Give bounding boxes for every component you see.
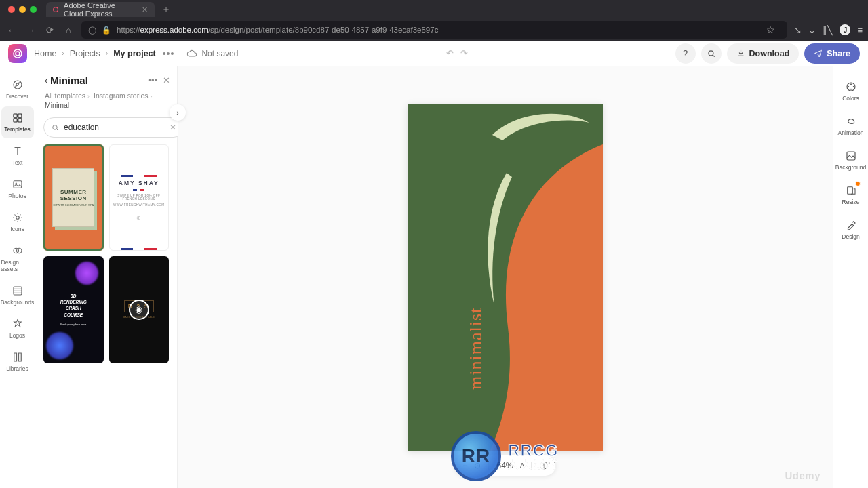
canvas-area[interactable]: minimalist − ⊙ | 64% ᐱ | ⓘ RR RRCG 人人素材 …: [178, 66, 833, 488]
window-controls[interactable]: [8, 6, 37, 13]
rail-backgrounds[interactable]: Backgrounds: [1, 279, 34, 311]
app-logo[interactable]: [8, 44, 27, 63]
svg-point-18: [852, 86, 854, 87]
search-input[interactable]: ✕: [43, 117, 184, 138]
app-header: Home › Projects › My project ••• Not sav…: [0, 41, 868, 66]
rr-background[interactable]: Background: [835, 144, 867, 177]
preview-icon[interactable]: ◉: [129, 300, 149, 320]
breadcrumb-current[interactable]: My project: [113, 49, 156, 58]
collapse-panel-button[interactable]: ›: [170, 104, 186, 121]
svg-point-2: [16, 52, 20, 56]
more-options-icon[interactable]: •••: [163, 48, 175, 59]
help-button[interactable]: ?: [675, 43, 696, 64]
browser-tab[interactable]: Adobe Creative Cloud Express ✕: [46, 2, 155, 17]
chevron-right-icon: ›: [106, 49, 108, 57]
zoom-info-icon[interactable]: ⓘ: [540, 460, 548, 472]
breadcrumb-home[interactable]: Home: [34, 49, 56, 58]
download-icon: [736, 49, 745, 58]
brush-stroke: [482, 171, 515, 307]
back-button[interactable]: ←: [5, 25, 18, 35]
svg-rect-9: [14, 181, 22, 188]
crumb-all[interactable]: All templates: [45, 92, 85, 100]
share-label: Share: [827, 49, 850, 58]
artboard[interactable]: minimalist: [408, 104, 603, 451]
svg-point-4: [14, 81, 22, 89]
template-card[interactable]: SUMMER SESSION HOW TO INCREASE YOUR GPA: [43, 144, 104, 251]
rail-templates[interactable]: Templates: [1, 106, 34, 138]
rail-icons[interactable]: Icons: [1, 206, 34, 238]
url-field[interactable]: ◯ 🔒 https://express.adobe.com/sp/design/…: [81, 21, 787, 39]
rail-libraries[interactable]: Libraries: [1, 346, 34, 378]
rr-design[interactable]: Design: [835, 213, 867, 246]
undo-redo: ↶ ↷: [446, 48, 468, 58]
new-tab-button[interactable]: ＋: [161, 3, 171, 16]
panel-back-icon[interactable]: ‹: [45, 76, 47, 85]
main: Discover Templates Text Photos Icons Des…: [0, 66, 868, 488]
zoom-controls: − ⊙ | 64% ᐱ | ⓘ: [454, 455, 555, 476]
shield-icon[interactable]: ◯: [88, 26, 96, 35]
undo-button[interactable]: ↶: [446, 48, 454, 58]
menu-icon[interactable]: ≡: [857, 25, 863, 35]
svg-rect-7: [14, 119, 17, 122]
share-button[interactable]: Share: [804, 43, 860, 64]
rail-design-assets[interactable]: Design assets: [1, 239, 34, 278]
reload-button[interactable]: ⟳: [43, 25, 56, 35]
redo-button[interactable]: ↷: [460, 48, 468, 58]
lock-icon[interactable]: 🔒: [102, 26, 111, 35]
zoom-fit-button[interactable]: ⊙: [474, 461, 481, 470]
panel-breadcrumb: All templates› Instagram stories› Minima…: [35, 90, 177, 110]
udemy-watermark: Udemy: [785, 470, 821, 481]
brush-stroke: [489, 108, 591, 146]
template-card[interactable]: B 2 S BACK TO SCHOOL SALE ◉: [109, 256, 170, 363]
rail-text[interactable]: Text: [1, 140, 34, 171]
profile-avatar[interactable]: J: [840, 24, 850, 35]
svg-rect-8: [18, 119, 21, 122]
search-clear-icon[interactable]: ✕: [170, 123, 176, 132]
canvas-text[interactable]: minimalist: [466, 308, 486, 390]
library-icon[interactable]: ∥╲: [823, 25, 833, 35]
svg-rect-5: [14, 114, 17, 117]
crumb-current: Minimal: [45, 101, 167, 109]
crumb-ig[interactable]: Instagram stories: [94, 92, 149, 100]
rr-animation[interactable]: Animation: [835, 109, 867, 142]
panel-more-icon[interactable]: •••: [148, 75, 157, 85]
find-button[interactable]: [701, 43, 722, 64]
svg-point-3: [708, 50, 713, 55]
rail-discover[interactable]: Discover: [1, 73, 34, 105]
home-button[interactable]: ⌂: [62, 25, 75, 35]
search-field[interactable]: [64, 123, 165, 132]
rr-resize[interactable]: Resize: [835, 178, 867, 211]
search-icon: [51, 123, 60, 132]
extension-icon[interactable]: ↘: [794, 25, 802, 35]
cloud-icon: [186, 48, 197, 59]
templates-panel: › ‹ Minimal ••• ✕ All templates› Instagr…: [35, 66, 178, 488]
close-window-icon[interactable]: [8, 6, 15, 13]
svg-rect-6: [18, 114, 21, 117]
left-rail: Discover Templates Text Photos Icons Des…: [0, 66, 35, 488]
zoom-out-button[interactable]: −: [462, 461, 467, 470]
bookmark-icon[interactable]: ☆: [766, 24, 775, 35]
breadcrumb-projects[interactable]: Projects: [70, 49, 100, 58]
address-bar: ← → ⟳ ⌂ ◯ 🔒 https://express.adobe.com/sp…: [0, 19, 868, 41]
save-status: Not saved: [186, 48, 238, 59]
forward-button[interactable]: →: [24, 25, 37, 35]
toolbar-right: ↘ ⌄ ∥╲ J ≡: [794, 24, 863, 35]
panel-close-icon[interactable]: ✕: [163, 75, 170, 85]
download-button[interactable]: Download: [727, 43, 800, 64]
breadcrumb: Home › Projects › My project: [34, 49, 156, 58]
template-card[interactable]: 3D RENDERING CRASH COURSE Book your plac…: [43, 256, 104, 363]
zoom-chevron-icon[interactable]: ᐱ: [520, 462, 524, 469]
rr-colors[interactable]: Colors: [835, 75, 867, 108]
maximize-window-icon[interactable]: [30, 6, 37, 13]
minimize-window-icon[interactable]: [19, 6, 26, 13]
rail-photos[interactable]: Photos: [1, 173, 34, 205]
tab-close-icon[interactable]: ✕: [142, 5, 148, 14]
template-card[interactable]: AMY SHAY SWIPE UP FOR 20% OFF FRENCH LES…: [109, 144, 170, 251]
browser-chrome: Adobe Creative Cloud Express ✕ ＋ ← → ⟳ ⌂…: [0, 0, 868, 41]
zoom-value[interactable]: 64%: [496, 461, 513, 470]
notification-dot-icon: [855, 181, 861, 186]
svg-point-19: [850, 89, 852, 90]
rail-logos[interactable]: Logos: [1, 312, 34, 344]
svg-point-17: [850, 83, 852, 85]
pocket-icon[interactable]: ⌄: [808, 25, 816, 35]
